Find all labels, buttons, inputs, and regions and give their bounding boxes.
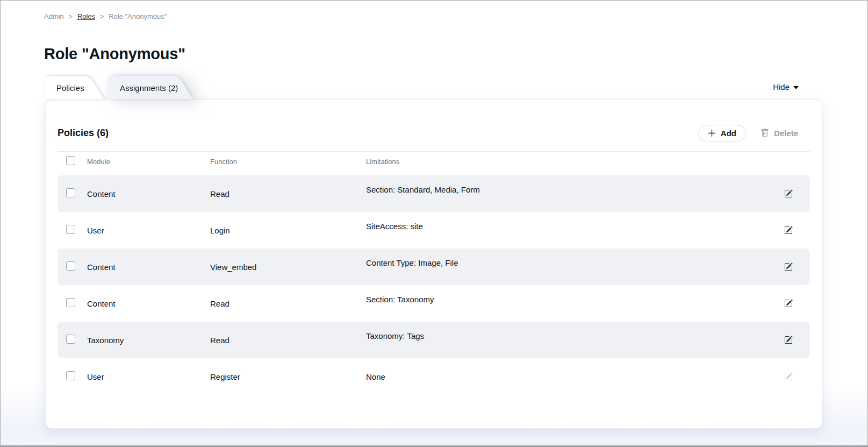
column-header-module: Module xyxy=(87,158,210,166)
table-row: Content View_embed Content Type: Image, … xyxy=(58,249,810,285)
cell-module: Content xyxy=(87,189,210,198)
breadcrumb-item-roles[interactable]: Roles xyxy=(77,12,95,20)
cell-function: Read xyxy=(210,189,366,198)
hide-toggle-label: Hide xyxy=(773,82,790,91)
edit-policy-button[interactable] xyxy=(767,226,810,235)
row-checkbox[interactable] xyxy=(66,371,75,380)
delete-button-label: Delete xyxy=(774,129,798,138)
row-checkbox[interactable] xyxy=(66,188,75,197)
table-row: Taxonomy Read Taxonomy: Tags xyxy=(58,322,810,358)
panel-header: Policies (6) Add Delete xyxy=(58,125,810,141)
edit-policy-button[interactable] xyxy=(767,336,810,344)
edit-policy-button xyxy=(767,372,810,381)
edit-icon xyxy=(784,336,793,344)
table-row: Content Read Section: Taxonomy xyxy=(58,285,810,322)
edit-icon xyxy=(784,226,793,235)
edit-icon xyxy=(784,262,793,271)
cell-module: Content xyxy=(87,262,210,272)
breadcrumb-item-admin[interactable]: Admin xyxy=(44,12,64,20)
cell-limitations: None xyxy=(366,372,767,381)
cell-function: Read xyxy=(210,299,366,308)
breadcrumb-separator: > xyxy=(69,13,73,20)
cell-limitations: Content Type: Image, File xyxy=(366,258,767,267)
tab-assignments[interactable]: Assignments (2) xyxy=(107,76,193,100)
cell-limitations: Taxonomy: Tags xyxy=(366,331,767,340)
add-policy-button[interactable]: Add xyxy=(698,125,746,141)
table-row: User Login SiteAccess: site xyxy=(58,212,810,249)
row-checkbox[interactable] xyxy=(66,298,75,307)
edit-policy-button[interactable] xyxy=(767,262,810,271)
trash-icon xyxy=(761,129,769,137)
page-title: Role "Anonymous" xyxy=(44,45,867,63)
delete-policy-button[interactable]: Delete xyxy=(761,129,810,138)
cell-module: User xyxy=(87,226,210,235)
table-body: Content Read Section: Standard, Media, F… xyxy=(58,175,810,395)
edit-policy-button[interactable] xyxy=(767,299,810,308)
table-row: Content Read Section: Standard, Media, F… xyxy=(58,175,810,212)
cell-limitations: SiteAccess: site xyxy=(366,222,767,231)
chevron-down-icon xyxy=(793,86,799,89)
add-button-label: Add xyxy=(721,129,736,138)
row-checkbox[interactable] xyxy=(66,261,75,271)
cell-module: Taxonomy xyxy=(87,336,210,345)
cell-module: Content xyxy=(87,299,210,308)
cell-limitations: Section: Standard, Media, Form xyxy=(366,185,767,194)
table-row: User Register None xyxy=(58,358,810,395)
main-content: Policies Assignments (2) Hide Policies (… xyxy=(45,76,822,429)
cell-function: Read xyxy=(210,336,366,345)
plus-icon xyxy=(708,129,716,137)
cell-function: Login xyxy=(210,226,366,235)
select-all-checkbox[interactable] xyxy=(66,156,75,165)
role-page: { "breadcrumb": { "separator": ">", "ite… xyxy=(0,0,868,447)
row-checkbox[interactable] xyxy=(66,335,75,344)
panel-title: Policies (6) xyxy=(58,127,109,139)
table-header: Module Function Limitations xyxy=(58,152,810,171)
edit-icon xyxy=(784,299,793,308)
tab-policies[interactable]: Policies xyxy=(45,76,105,100)
policies-panel: Policies (6) Add Delete Module Function … xyxy=(45,100,822,429)
breadcrumb-item-current: Role "Anonymous" xyxy=(109,12,167,20)
tab-policies-label: Policies xyxy=(56,83,84,93)
cell-module: User xyxy=(87,372,210,381)
column-header-limitations: Limitations xyxy=(366,158,767,166)
edit-icon xyxy=(784,189,793,198)
tab-bar: Policies Assignments (2) Hide xyxy=(45,76,822,100)
breadcrumb: Admin > Roles > Role "Anonymous" xyxy=(1,1,867,20)
edit-policy-button[interactable] xyxy=(767,189,810,198)
cell-function: Register xyxy=(210,372,366,381)
breadcrumb-separator: > xyxy=(100,13,104,20)
edit-icon xyxy=(784,372,793,381)
cell-function: View_embed xyxy=(210,262,366,272)
column-header-function: Function xyxy=(210,158,366,166)
cell-limitations: Section: Taxonomy xyxy=(366,295,767,304)
panel-actions: Add Delete xyxy=(698,125,810,141)
tab-assignments-label: Assignments (2) xyxy=(120,83,178,93)
hide-toggle[interactable]: Hide xyxy=(773,82,799,91)
row-checkbox[interactable] xyxy=(66,225,75,234)
